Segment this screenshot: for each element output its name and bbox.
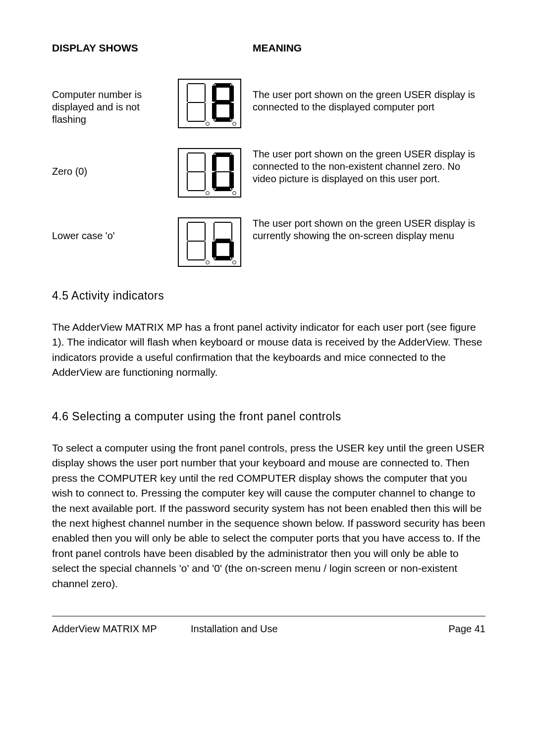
digit-0-icon	[211, 151, 235, 195]
page-footer: AdderView MATRIX MP Installation and Use…	[52, 623, 485, 635]
header-meaning: MEANING	[253, 42, 485, 54]
footer-page-number: Page 41	[426, 623, 485, 635]
seven-segment-display-icon	[178, 148, 241, 198]
digit-8-icon	[211, 82, 235, 126]
meaning-text: The user port shown on the green USER di…	[253, 217, 485, 267]
section-body-4-6: To select a computer using the front pan…	[52, 441, 485, 591]
section-heading-4-6: 4.6 Selecting a computer using the front…	[52, 410, 485, 423]
seven-segment-display-icon	[178, 217, 241, 267]
footer-product-name: AdderView MATRIX MP	[52, 623, 171, 635]
section-body-4-5: The AdderView MATRIX MP has a front pane…	[52, 320, 485, 380]
meaning-text: The user port shown on the green USER di…	[253, 148, 485, 198]
table-row: Zero (0) The user port	[52, 148, 485, 198]
section-heading-4-5: 4.5 Activity indicators	[52, 289, 485, 302]
blank-digit-icon	[184, 221, 209, 264]
display-description: Zero (0)	[52, 166, 87, 177]
table-header-row: DISPLAY SHOWS MEANING	[52, 42, 485, 54]
meaning-text: The user port shown on the green USER di…	[253, 79, 485, 128]
display-description: Lower case 'o'	[52, 230, 115, 241]
document-page: DISPLAY SHOWS MEANING Computer number is…	[0, 0, 535, 756]
table-row: Lower case 'o' The use	[52, 217, 485, 267]
seven-segment-display-icon	[178, 79, 241, 128]
digit-lowercase-o-icon	[211, 221, 235, 264]
display-description: Computer number is displayed and is not …	[52, 89, 142, 125]
blank-digit-icon	[184, 82, 209, 126]
header-display-shows: DISPLAY SHOWS	[52, 42, 166, 54]
table-row: Computer number is displayed and is not …	[52, 79, 485, 128]
footer-doc-title: Installation and Use	[171, 623, 426, 635]
blank-digit-icon	[184, 151, 209, 195]
footer-divider	[52, 616, 485, 616]
